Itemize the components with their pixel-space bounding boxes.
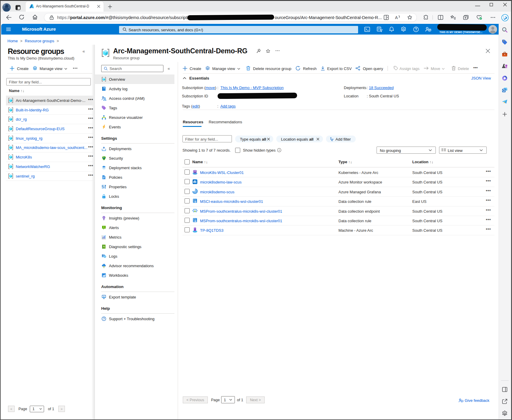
svg-text:A: A [395,15,398,20]
